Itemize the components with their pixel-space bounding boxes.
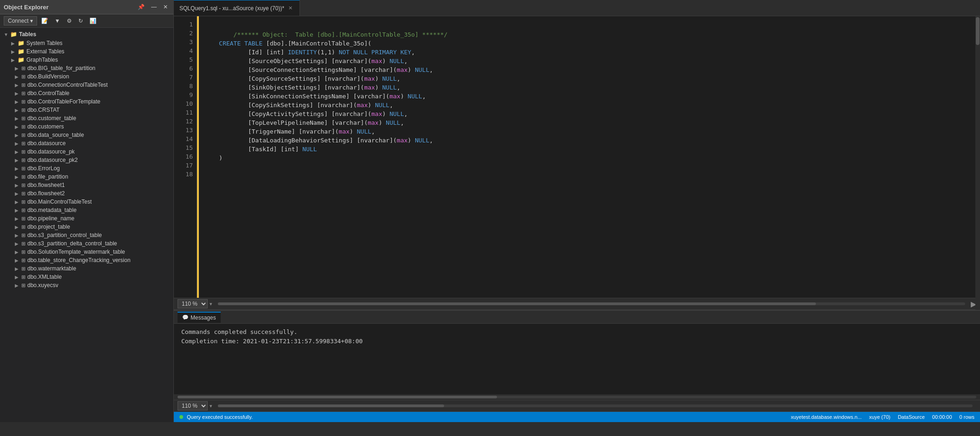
filter-button[interactable]: ▼ xyxy=(52,17,63,25)
graph-tables-item[interactable]: ▶ 📁 GraphTables xyxy=(0,56,173,64)
code-line: [SinkObjectSettings] [nvarchar](max) NUL… xyxy=(204,83,974,92)
table-row[interactable]: ▶⊞dbo.flowsheet2 xyxy=(0,189,173,198)
table-icon: ⊞ xyxy=(21,74,25,80)
close-icon[interactable]: ✕ xyxy=(161,3,170,11)
code-area[interactable]: /****** Object: Table [dbo].[MainControl… xyxy=(199,16,980,298)
code-line: [DataLoadingBehaviorSettings] [nvarchar]… xyxy=(204,136,974,145)
table-row[interactable]: ▶⊞dbo.datasource_pk xyxy=(0,147,173,156)
table-row[interactable]: ▶⊞dbo.s3_partition_delta_control_table xyxy=(0,239,173,248)
table-row[interactable]: ▶⊞dbo.pipeline_name xyxy=(0,214,173,223)
table-expand-icon: ▶ xyxy=(15,141,21,146)
table-row[interactable]: ▶⊞dbo.BIG_table_for_partition xyxy=(0,64,173,72)
vertical-scrollbar[interactable] xyxy=(975,16,980,298)
table-icon: ⊞ xyxy=(21,249,25,255)
table-icon: ⊞ xyxy=(21,182,25,188)
table-row[interactable]: ▶⊞dbo.project_table xyxy=(0,223,173,231)
new-query-button[interactable]: 📝 xyxy=(39,17,51,25)
table-icon: ⊞ xyxy=(21,274,25,280)
zoom-select[interactable]: 110 % 100 % 90 % 80 % xyxy=(178,299,208,308)
table-icon: ⊞ xyxy=(21,90,25,96)
external-tables-item[interactable]: ▶ 📁 External Tables xyxy=(0,47,173,56)
table-row[interactable]: ▶⊞dbo.ControlTableForTemplate xyxy=(0,97,173,106)
table-row[interactable]: ▶⊞dbo.file_partition xyxy=(0,173,173,181)
table-row[interactable]: ▶⊞dbo.metadata_table xyxy=(0,206,173,214)
table-row[interactable]: ▶⊞dbo.datasource xyxy=(0,139,173,147)
minimize-icon[interactable]: — xyxy=(149,3,159,11)
table-icon: ⊞ xyxy=(21,224,25,230)
table-icon: ⊞ xyxy=(21,257,25,263)
status-left: Query executed successfully. xyxy=(179,414,253,420)
table-label: dbo.SolutionTemplate_watermark_table xyxy=(27,249,125,255)
table-row[interactable]: ▶⊞dbo.ErrorLog xyxy=(0,164,173,173)
table-expand-icon: ▶ xyxy=(15,250,21,255)
table-row[interactable]: ▶⊞dbo.watermarktable xyxy=(0,264,173,273)
activity-monitor-button[interactable]: 📊 xyxy=(87,17,99,25)
table-row[interactable]: ▶⊞dbo.customers xyxy=(0,122,173,131)
table-label: dbo.datasource xyxy=(27,140,66,147)
table-row[interactable]: ▶⊞dbo.ConnectionControlTableTest xyxy=(0,81,173,89)
pin-icon[interactable]: 📌 xyxy=(136,3,146,11)
table-expand-icon: ▶ xyxy=(15,241,21,246)
zoom-select-bottom[interactable]: 110 % 100 % xyxy=(178,401,208,410)
status-bar: Query executed successfully. xuyetest.da… xyxy=(174,412,980,422)
table-row[interactable]: ▶⊞dbo.data_source_table xyxy=(0,131,173,139)
table-row[interactable]: ▶⊞dbo.BuildVersion xyxy=(0,72,173,81)
table-icon: ⊞ xyxy=(21,149,25,155)
external-tables-folder-icon: 📁 xyxy=(18,48,25,55)
table-icon: ⊞ xyxy=(21,115,25,122)
horiz-scroll-thumb[interactable] xyxy=(218,302,816,305)
tab-close-icon[interactable]: ✕ xyxy=(287,5,294,12)
table-expand-icon: ▶ xyxy=(15,116,21,121)
system-tables-label: System Tables xyxy=(26,40,63,46)
table-label: dbo.MainControlTableTest xyxy=(27,199,92,205)
table-expand-icon: ▶ xyxy=(15,66,21,71)
query-tab[interactable]: SQLQuery1.sql - xu...aSource (xuye (70))… xyxy=(174,0,300,16)
table-row[interactable]: ▶⊞dbo.flowsheet1 xyxy=(0,181,173,189)
table-row[interactable]: ▶⊞dbo.customer_table xyxy=(0,114,173,122)
table-expand-icon: ▶ xyxy=(15,174,21,180)
table-icon: ⊞ xyxy=(21,232,25,238)
connect-button[interactable]: Connect ▾ xyxy=(4,16,37,26)
code-line: [SinkConnectionSettingsName] [varchar](m… xyxy=(204,92,974,101)
table-label: dbo.CRSTAT xyxy=(27,107,60,113)
table-expand-icon: ▶ xyxy=(15,258,21,263)
table-row[interactable]: ▶⊞dbo.ControlTable xyxy=(0,89,173,97)
table-row[interactable]: ▶⊞dbo.datasource_pk2 xyxy=(0,156,173,164)
table-label: dbo.xuyecsv xyxy=(27,282,58,289)
bottom-scroll-thumb[interactable] xyxy=(218,404,444,407)
filter-settings-button[interactable]: ⚙ xyxy=(64,17,74,25)
table-label: dbo.ConnectionControlTableTest xyxy=(27,82,108,88)
graph-tables-expand-icon: ▶ xyxy=(11,58,18,63)
table-row[interactable]: ▶⊞dbo.MainControlTableTest xyxy=(0,198,173,206)
table-icon: ⊞ xyxy=(21,199,25,205)
refresh-button[interactable]: ↻ xyxy=(76,17,85,25)
table-label: dbo.flowsheet2 xyxy=(27,190,65,197)
code-line: [CopySinkSettings] [nvarchar](max) NULL, xyxy=(204,101,974,109)
connect-arrow: ▾ xyxy=(30,18,33,24)
vertical-scroll-thumb[interactable] xyxy=(976,17,980,45)
code-line: [TopLevelPipelineName] [varchar](max) NU… xyxy=(204,118,974,127)
code-line: ) xyxy=(204,154,974,162)
table-row[interactable]: ▶⊞dbo.CRSTAT xyxy=(0,106,173,114)
header-icons: 📌 — ✕ xyxy=(136,3,170,11)
table-row[interactable]: ▶⊞dbo.SolutionTemplate_watermark_table xyxy=(0,248,173,256)
table-expand-icon: ▶ xyxy=(15,208,21,213)
object-explorer: Object Explorer 📌 — ✕ Connect ▾ 📝 ▼ ⚙ ↻ … xyxy=(0,0,174,422)
explorer-tree[interactable]: ▼ 📁 Tables ▶ 📁 System Tables ▶ 📁 Externa… xyxy=(0,28,173,422)
table-row[interactable]: ▶⊞dbo.xuyecsv xyxy=(0,281,173,289)
table-icon: ⊞ xyxy=(21,107,25,113)
table-label: dbo.pipeline_name xyxy=(27,215,74,222)
messages-tab-icon: 💬 xyxy=(182,314,189,321)
messages-tab[interactable]: 💬 Messages xyxy=(178,312,221,323)
tables-folder-icon: 📁 xyxy=(10,31,17,38)
results-scroll-thumb[interactable] xyxy=(178,396,497,398)
system-tables-item[interactable]: ▶ 📁 System Tables xyxy=(0,39,173,47)
results-bottom-scrollbar[interactable] xyxy=(174,394,980,400)
table-row[interactable]: ▶⊞dbo.s3_partition_control_table xyxy=(0,231,173,239)
table-row[interactable]: ▶⊞dbo.XMLtable xyxy=(0,273,173,281)
table-row[interactable]: ▶⊞dbo.table_store_ChangeTracking_version xyxy=(0,256,173,264)
table-label: dbo.table_store_ChangeTracking_version xyxy=(27,257,130,263)
table-label: dbo.BuildVersion xyxy=(27,73,69,80)
tables-section-header[interactable]: ▼ 📁 Tables xyxy=(0,30,173,39)
table-expand-icon: ▶ xyxy=(15,133,21,138)
